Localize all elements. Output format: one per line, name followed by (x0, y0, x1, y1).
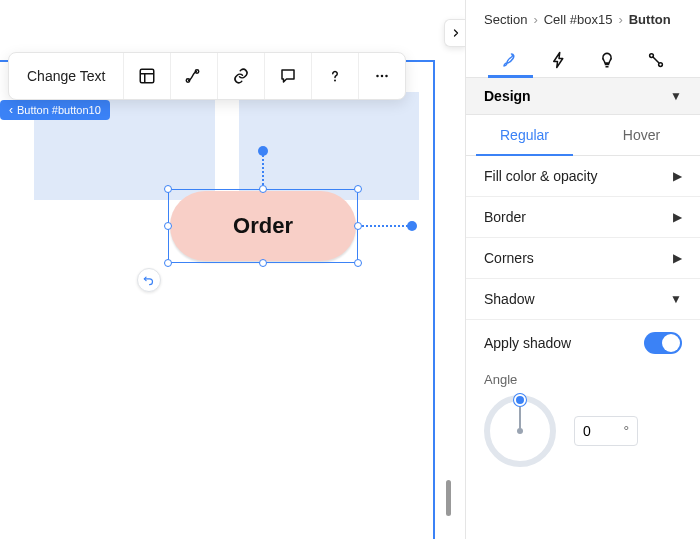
breadcrumb-section[interactable]: Section (484, 12, 527, 27)
dial-center (517, 428, 523, 434)
apply-shadow-toggle[interactable] (644, 332, 682, 354)
element-toolbar: Change Text (8, 52, 406, 100)
more-icon (373, 67, 391, 85)
tab-design[interactable] (486, 43, 535, 77)
angle-value: 0 (583, 423, 591, 439)
panel-collapse-button[interactable] (444, 19, 466, 47)
section-frame[interactable] (0, 60, 435, 539)
chevron-right-icon: ▶ (673, 210, 682, 224)
row-apply-shadow: Apply shadow (466, 320, 700, 366)
inspector-panel: Section › Cell #box15 › Button Design ▼ (466, 0, 700, 539)
resize-handle[interactable] (354, 222, 362, 230)
section-title: Design (484, 88, 531, 104)
chevron-right-icon: › (618, 12, 622, 27)
dial-knob[interactable] (514, 394, 526, 406)
selection-tag[interactable]: Button #button10 (0, 100, 110, 120)
svg-point-8 (386, 75, 389, 78)
resize-handle[interactable] (259, 259, 267, 267)
resize-handle[interactable] (354, 185, 362, 193)
angle-label: Angle (484, 372, 682, 387)
tab-inspect[interactable] (583, 43, 632, 77)
anchor-point[interactable] (407, 221, 417, 231)
row-corners[interactable]: Corners ▶ (466, 238, 700, 279)
section-design-header[interactable]: Design ▼ (466, 78, 700, 115)
bolt-icon (550, 51, 568, 69)
row-shadow[interactable]: Shadow ▼ (466, 279, 700, 320)
chevron-right-icon (450, 27, 462, 39)
editor-canvas[interactable]: Order Button #button10 (0, 0, 466, 539)
selection-box[interactable]: Order (168, 189, 358, 263)
tab-regular[interactable]: Regular (466, 115, 583, 155)
chevron-right-icon: › (533, 12, 537, 27)
resize-handle[interactable] (354, 259, 362, 267)
undo-icon (142, 273, 156, 287)
breadcrumb-cell[interactable]: Cell #box15 (544, 12, 613, 27)
resize-handle[interactable] (164, 259, 172, 267)
row-shadow-label: Shadow (484, 291, 535, 307)
shadow-angle-group: Angle 0 ° (466, 366, 700, 467)
alignment-guide-vertical (262, 151, 264, 189)
chevron-right-icon: ▶ (673, 251, 682, 265)
comment-icon (279, 67, 297, 85)
nodes-icon (647, 51, 665, 69)
bulb-icon (598, 51, 616, 69)
tab-code[interactable] (632, 43, 681, 77)
scrollbar-vertical[interactable] (446, 480, 451, 516)
svg-rect-0 (141, 69, 155, 83)
apply-shadow-label: Apply shadow (484, 335, 571, 351)
brush-icon (501, 51, 519, 69)
tab-hover-label: Hover (623, 127, 660, 143)
selection-tag-label: Button #button10 (17, 104, 101, 116)
selection-outline (168, 189, 358, 263)
link-button[interactable] (217, 53, 264, 99)
breadcrumb: Section › Cell #box15 › Button (466, 0, 700, 37)
state-tabs: Regular Hover (466, 115, 700, 156)
link-icon (232, 67, 250, 85)
svg-point-9 (649, 54, 653, 58)
svg-point-7 (381, 75, 384, 78)
row-fill[interactable]: Fill color & opacity ▶ (466, 156, 700, 197)
inspector-tabs (466, 37, 700, 78)
row-border-label: Border (484, 209, 526, 225)
help-button[interactable] (311, 53, 358, 99)
resize-handle[interactable] (259, 185, 267, 193)
help-icon (326, 67, 344, 85)
row-border[interactable]: Border ▶ (466, 197, 700, 238)
svg-point-10 (658, 63, 662, 67)
change-text-label: Change Text (27, 68, 105, 84)
resize-handle[interactable] (164, 185, 172, 193)
layout-icon (138, 67, 156, 85)
svg-point-5 (334, 80, 336, 82)
tab-regular-label: Regular (500, 127, 549, 143)
angle-unit: ° (623, 423, 629, 439)
row-corners-label: Corners (484, 250, 534, 266)
chevron-right-icon: ▶ (673, 169, 682, 183)
angle-dial[interactable] (484, 395, 556, 467)
anchor-point[interactable] (258, 146, 268, 156)
more-button[interactable] (358, 53, 405, 99)
animation-button[interactable] (170, 53, 217, 99)
path-icon (185, 67, 203, 85)
tab-hover[interactable]: Hover (583, 115, 700, 155)
layout-button[interactable] (123, 53, 170, 99)
svg-point-6 (377, 75, 380, 78)
resize-handle[interactable] (164, 222, 172, 230)
chevron-down-icon: ▼ (670, 292, 682, 306)
comment-button[interactable] (264, 53, 311, 99)
change-text-button[interactable]: Change Text (9, 53, 123, 99)
row-fill-label: Fill color & opacity (484, 168, 598, 184)
undo-button[interactable] (137, 268, 161, 292)
tab-interactions[interactable] (535, 43, 584, 77)
breadcrumb-current[interactable]: Button (629, 12, 671, 27)
chevron-down-icon: ▼ (670, 89, 682, 103)
stage[interactable]: Order (0, 60, 435, 539)
alignment-guide-horizontal (358, 225, 412, 227)
angle-input[interactable]: 0 ° (574, 416, 638, 446)
